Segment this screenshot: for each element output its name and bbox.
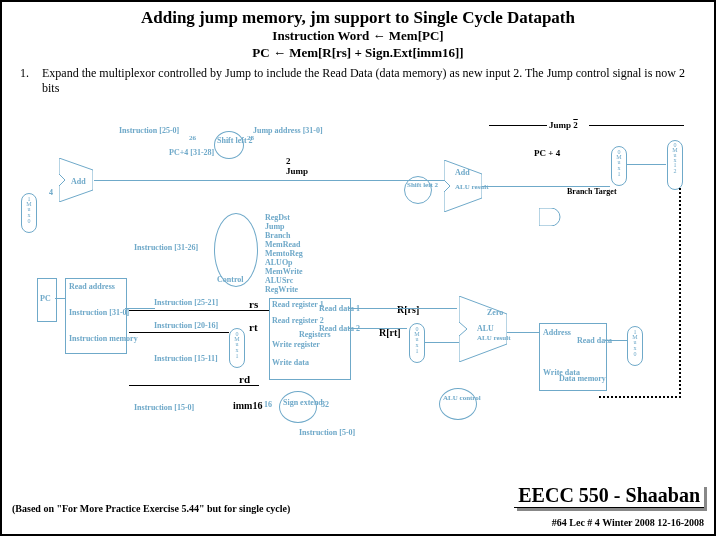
label-alu: ALU [477,324,494,333]
mux-writereg: 0 M u x 1 [229,328,245,368]
label-imm16: imm16 [233,400,262,411]
label-readaddr: Read address [69,282,115,291]
wire [129,332,229,333]
label-add1: Add [71,177,86,186]
wire [482,186,610,187]
label-rs: rs [249,298,258,310]
label-shl2b: Shift left 2 [407,181,438,189]
label-instr2016: Instruction [20-16] [154,321,218,330]
label-instrmem: Instruction memory [69,334,138,343]
label-jumpc: Jump [265,222,285,231]
slide: Adding jump memory, jm support to Single… [0,0,716,536]
label-alusrc: ALUSrc [265,276,293,285]
label-pc43128: PC+4 [31-28] [169,148,214,157]
mux-memtoreg: 1 M u x 0 [627,326,643,366]
wire [55,298,65,299]
wire [589,125,684,126]
label-regdst: RegDst [265,213,290,222]
label-memwrite: MemWrite [265,267,303,276]
label-instrout: Instruction [31-0] [69,308,129,317]
label-16: 16 [264,400,272,409]
label-4: 4 [49,188,53,197]
label-wreg: Write register [272,340,320,349]
label-branchc: Branch [265,231,290,240]
label-32: 32 [321,400,329,409]
wire [349,308,457,309]
instruction-line-2: PC ← Mem[R[rs] + Sign.Ext[imm16]] [2,45,714,62]
wire [125,308,155,309]
label-pc4: PC + 4 [534,148,560,158]
wire [489,125,547,126]
label-wdata: Write data [272,358,309,367]
footer-meta: #64 Lec # 4 Winter 2008 12-16-2008 [552,517,704,528]
label-rrs: R[rs] [397,304,419,315]
wire [129,385,259,386]
label-instr250: Instruction [25-0] [119,126,179,135]
label-memtoreg: MemtoReg [265,249,303,258]
sign-extend [279,391,317,423]
alu-control [439,388,477,420]
label-signext: Sign extend [283,398,323,407]
label-add2: Add [455,168,470,177]
label-datamem: Data memory [559,374,606,383]
wire [425,342,459,343]
mux-alusrc: 0 M u x 1 [409,323,425,363]
mux-jump: 0 M u x 1 2 [667,140,683,190]
label-zero: Zero [487,308,503,317]
label-aluresult-b: ALU result [455,183,489,191]
wire [626,164,666,165]
datapath-diagram: Jump 2 PC + 4 Branch Target 2Jump Shift … [18,127,704,469]
label-pc: PC [40,294,51,303]
label-address: Address [543,328,571,337]
label-instr50: Instruction [5-0] [299,428,355,437]
bullet-1: 1. Expand the multiplexor controlled by … [2,62,714,98]
label-26: 26 [189,134,196,142]
label-28: 28 [247,134,254,142]
label-memread: MemRead [265,240,301,249]
wire [129,310,269,311]
label-branch-target: Branch Target [567,187,617,196]
wire [507,332,539,333]
wire [94,180,444,181]
footer-note: (Based on "For More Practice Exercise 5.… [12,503,290,514]
label-rr2: Read register 2 [272,316,324,325]
label-jump-top: Jump 2 [549,120,578,130]
label-control: Control [217,275,244,284]
bullet-number: 1. [20,66,42,96]
label-aluop: ALUOp [265,258,293,267]
label-rt: rt [249,321,258,333]
wire [349,328,407,329]
bullet-text: Expand the multiplexor controlled by Jum… [42,66,696,96]
and-gate [539,208,561,226]
dotted-wire-horz [599,396,681,399]
label-aluresult2: ALU result [477,334,511,342]
label-instr2521: Instruction [25-21] [154,298,218,307]
label-jump-addr: Jump address [31-0] [253,126,323,135]
instruction-line-1: Instruction Word ← Mem[PC] [2,28,714,45]
label-instr1511: Instruction [15-11] [154,354,218,363]
label-rr1: Read register 1 [272,300,324,309]
dotted-wire-vert [679,188,682,398]
slide-title: Adding jump memory, jm support to Single… [2,2,714,28]
label-rd: rd [239,373,250,385]
label-alucontrol: ALU control [443,394,481,402]
mux-pcsrc: 0 M u x 1 [611,146,627,186]
mux-pc-select: 1 M u x 0 [21,193,37,233]
label-regwrite: RegWrite [265,285,298,294]
footer-course: EECC 550 - Shaaban [514,484,704,508]
label-jump-left: 2Jump [286,156,308,176]
label-instr3126: Instruction [31-26] [134,243,198,252]
wire [605,340,627,341]
label-instr150: Instruction [15-0] [134,403,194,412]
